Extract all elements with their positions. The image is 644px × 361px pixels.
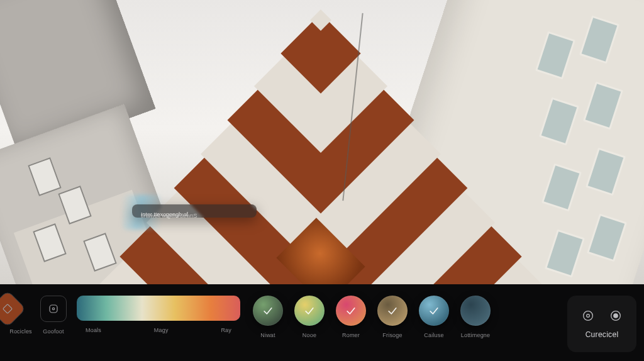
preset-5[interactable]: Lottimegne xyxy=(460,296,491,338)
preset-label: Cailuse xyxy=(424,332,443,338)
svg-point-2 xyxy=(52,308,54,309)
check-icon xyxy=(262,304,274,317)
preset-label: Frisoge xyxy=(382,332,402,338)
preset-label: Romer xyxy=(342,332,360,338)
tool-adjust[interactable]: Goofoot xyxy=(40,296,67,335)
tool-label: Goofoot xyxy=(43,328,64,335)
gradient-track[interactable] xyxy=(77,296,240,321)
crop-icon xyxy=(0,290,26,327)
tool-label: Rocicles xyxy=(9,328,32,335)
preset-swatch[interactable] xyxy=(460,296,491,326)
hint-tooltip: Inter ttexogengh of tirtawelt wigittorde… xyxy=(132,204,257,218)
preset-swatch[interactable] xyxy=(377,296,408,326)
bottom-toolbar: Rocicles Goofoot Moals Magy Ray NiwatNoo… xyxy=(0,284,644,361)
check-icon xyxy=(428,304,440,317)
preset-row: NiwatNooeRomerFrisogeCailuseLottimegne xyxy=(253,296,491,338)
check-icon xyxy=(386,304,399,317)
preset-4[interactable]: Cailuse xyxy=(419,296,449,338)
svg-point-4 xyxy=(587,314,590,318)
preset-label: Niwat xyxy=(260,332,275,338)
preset-label: Nooe xyxy=(303,332,316,338)
preset-swatch[interactable] xyxy=(253,296,283,326)
preset-swatch[interactable] xyxy=(294,296,325,326)
adjust-icon xyxy=(40,296,67,322)
gradient-label-mid: Magy xyxy=(154,327,169,333)
check-icon xyxy=(303,304,316,317)
action-label: Curecicel xyxy=(586,330,619,339)
app-root: Inter ttexogengh of tirtawelt wigittorde… xyxy=(0,0,644,361)
svg-rect-1 xyxy=(50,305,57,313)
target-icon xyxy=(581,309,595,323)
action-card[interactable]: Curecicel xyxy=(567,296,636,352)
svg-rect-0 xyxy=(3,304,13,314)
svg-point-3 xyxy=(584,311,593,321)
preset-3[interactable]: Frisoge xyxy=(377,296,408,338)
preset-2[interactable]: Romer xyxy=(336,296,366,338)
gradient-label-left: Moals xyxy=(86,327,101,333)
photo-canvas[interactable]: Inter ttexogengh of tirtawelt wigittorde… xyxy=(0,0,644,284)
record-icon xyxy=(609,309,623,323)
tool-crop[interactable]: Rocicles xyxy=(8,296,34,335)
preset-1[interactable]: Nooe xyxy=(294,296,325,338)
preset-swatch[interactable] xyxy=(336,296,366,326)
preset-0[interactable]: Niwat xyxy=(253,296,283,338)
center-tower xyxy=(164,0,478,284)
preset-swatch[interactable] xyxy=(419,296,449,326)
svg-point-6 xyxy=(614,314,618,318)
check-icon xyxy=(345,304,357,317)
gradient-label-right: Ray xyxy=(221,327,231,333)
color-gradient-slider[interactable]: Moals Magy Ray xyxy=(77,296,240,333)
tooltip-line2: tirtawelt wigittordewnS xyxy=(141,212,197,219)
preset-label: Lottimegne xyxy=(461,332,491,338)
